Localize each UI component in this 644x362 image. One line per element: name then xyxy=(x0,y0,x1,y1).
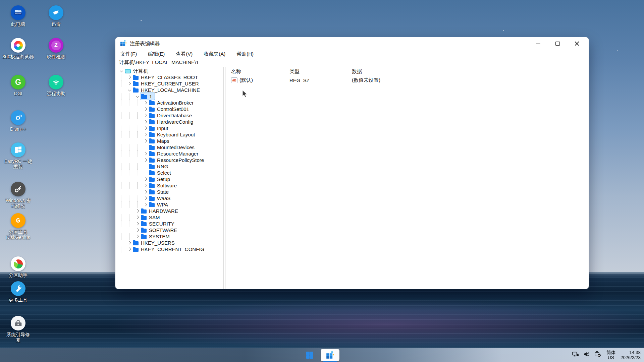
tree-guide-line xyxy=(118,195,126,201)
chevron-right-icon[interactable] xyxy=(143,114,149,117)
tree-item-RNG[interactable]: RNG xyxy=(115,163,223,170)
chevron-right-icon[interactable] xyxy=(143,140,149,142)
tree-item-ResourcePolicyStore[interactable]: ResourcePolicyStore xyxy=(115,157,223,163)
taskbar-regedit-button[interactable] xyxy=(321,349,339,361)
desktop-icon-more-tools[interactable]: 更多工具 xyxy=(0,281,38,303)
chevron-right-icon[interactable] xyxy=(143,159,149,161)
chevron-right-icon[interactable] xyxy=(135,223,141,225)
tree-item-ActivationBroker[interactable]: ActivationBroker xyxy=(115,100,223,106)
menu-item-3[interactable]: 收藏夹(A) xyxy=(203,51,226,58)
desktop-icon-diskgenius[interactable]: G分区工具 DiskGenius xyxy=(0,213,38,240)
tree-guide-line xyxy=(118,131,126,138)
chevron-right-icon[interactable] xyxy=(143,108,149,110)
tree-item-HARDWARE[interactable]: HARDWARE xyxy=(115,208,223,214)
tree-item-State[interactable]: State xyxy=(115,189,223,195)
chevron-right-icon[interactable] xyxy=(143,191,149,193)
address-bar[interactable]: 计算机\HKEY_LOCAL_MACHINE\1 xyxy=(115,58,589,67)
folder-icon xyxy=(149,159,155,163)
tree-guide-line xyxy=(118,201,126,208)
tree-item-1[interactable]: 1 xyxy=(115,93,223,100)
chevron-right-icon[interactable] xyxy=(143,133,149,136)
desktop-icon-label: CGI xyxy=(0,91,38,96)
registry-tree-pane: 计算机HKEY_CLASSES_ROOTHKEY_CURRENT_USERHKE… xyxy=(115,67,224,289)
tree-item-HKEY_CURRENT_CONFIG[interactable]: HKEY_CURRENT_CONFIG xyxy=(115,246,223,252)
chevron-right-icon[interactable] xyxy=(143,127,149,129)
chevron-right-icon[interactable] xyxy=(143,121,149,123)
column-header-type[interactable]: 类型 xyxy=(289,68,352,75)
desktop-icon-this-pc[interactable]: Explorer此电脑 xyxy=(0,5,38,27)
minimize-button[interactable] xyxy=(528,37,548,50)
network-icon[interactable] xyxy=(572,351,579,359)
chevron-right-icon[interactable] xyxy=(126,248,133,250)
value-row-default[interactable]: ab (默认) REG_SZ (数值未设置) xyxy=(226,76,589,84)
menu-item-4[interactable]: 帮助(H) xyxy=(235,51,255,58)
chevron-right-icon[interactable] xyxy=(126,242,133,244)
tree-item-SAM[interactable]: SAM xyxy=(115,214,223,221)
tree-item-HKEY_CURRENT_USER[interactable]: HKEY_CURRENT_USER xyxy=(115,80,223,87)
tree-item-Maps[interactable]: Maps xyxy=(115,138,223,144)
chevron-right-icon[interactable] xyxy=(135,216,141,219)
menu-item-1[interactable]: 编辑(E) xyxy=(147,51,166,58)
chevron-down-icon[interactable] xyxy=(118,69,125,72)
language-indicator[interactable]: 简体 US xyxy=(606,350,615,360)
desktop-icon-partition-assistant[interactable]: 分区助手 xyxy=(0,256,38,278)
letter-g-square-icon: G xyxy=(11,213,25,228)
security-check-icon[interactable] xyxy=(594,351,601,359)
titlebar[interactable]: 注册表编辑器 xyxy=(115,37,589,50)
chevron-right-icon[interactable] xyxy=(135,235,141,238)
folder-icon xyxy=(149,165,155,169)
chevron-right-icon[interactable] xyxy=(143,102,149,104)
tree-item-Input[interactable]: Input xyxy=(115,125,223,131)
tree-item-Setup[interactable]: Setup xyxy=(115,176,223,182)
tree-item-ControlSet001[interactable]: ControlSet001 xyxy=(115,106,223,112)
tree-item-Select[interactable]: Select xyxy=(115,170,223,176)
desktop-icon-windows-password[interactable]: Windows 密 码修改 xyxy=(0,182,38,208)
desktop-icon-xunlei[interactable]: 迅雷 xyxy=(36,5,76,27)
desktop-icon-boot-repair[interactable]: 系统引导修 复 xyxy=(0,316,38,343)
tree-item-MountedDevices[interactable]: MountedDevices xyxy=(115,144,223,150)
chevron-right-icon[interactable] xyxy=(143,203,149,206)
tree-item-WPA[interactable]: WPA xyxy=(115,201,223,208)
tree-item-计算机[interactable]: 计算机 xyxy=(115,68,223,74)
chevron-right-icon[interactable] xyxy=(143,153,149,155)
close-button[interactable] xyxy=(567,37,587,50)
desktop-icon-360-browser[interactable]: 360极速浏览器 xyxy=(0,38,38,59)
clock[interactable]: 14:38 2026/2/23 xyxy=(621,350,641,360)
desktop-icon-easyrc-reinstall[interactable]: EasyRC 一键 重装 xyxy=(0,142,38,169)
chevron-right-icon[interactable] xyxy=(135,229,141,231)
tree-item-label: WaaS xyxy=(157,195,170,201)
menu-item-2[interactable]: 查看(V) xyxy=(175,51,194,58)
desktop-icon-hardware-check[interactable]: Z硬件检测 xyxy=(36,38,76,59)
tree-item-DriverDatabase[interactable]: DriverDatabase xyxy=(115,112,223,119)
column-header-data[interactable]: 数据 xyxy=(352,68,589,75)
desktop-icon-dism[interactable]: ⚙⚙Dism++ xyxy=(0,110,38,132)
chevron-right-icon[interactable] xyxy=(126,82,133,85)
tree-item-HardwareConfig[interactable]: HardwareConfig xyxy=(115,119,223,125)
tree-item-SECURITY[interactable]: SECURITY xyxy=(115,221,223,227)
column-header-name[interactable]: 名称 xyxy=(231,68,289,75)
chevron-right-icon[interactable] xyxy=(135,210,141,212)
desktop-icon-label: Dism++ xyxy=(0,126,38,132)
volume-icon[interactable] xyxy=(583,351,590,359)
desktop-icon-cgi[interactable]: GCGI xyxy=(0,75,38,96)
chevron-right-icon[interactable] xyxy=(143,178,149,180)
tree-item-SOFTWARE[interactable]: SOFTWARE xyxy=(115,227,223,233)
maximize-button[interactable] xyxy=(548,37,567,50)
tree-item-HKEY_USERS[interactable]: HKEY_USERS xyxy=(115,240,223,246)
tree-item-Software[interactable]: Software xyxy=(115,182,223,189)
chevron-down-icon[interactable] xyxy=(126,88,133,92)
desktop-icon-label: 系统引导修 复 xyxy=(0,332,38,343)
tree-item-HKEY_CLASSES_ROOT[interactable]: HKEY_CLASSES_ROOT xyxy=(115,74,223,80)
tree-item-SYSTEM[interactable]: SYSTEM xyxy=(115,233,223,240)
tree-item-HKEY_LOCAL_MACHINE[interactable]: HKEY_LOCAL_MACHINE xyxy=(115,87,223,93)
tree-guide-line xyxy=(135,106,143,112)
chevron-right-icon[interactable] xyxy=(143,197,149,199)
chevron-right-icon[interactable] xyxy=(126,76,133,78)
start-button[interactable] xyxy=(302,348,317,362)
menu-item-0[interactable]: 文件(F) xyxy=(119,51,138,58)
tree-item-ResourceManager[interactable]: ResourceManager xyxy=(115,150,223,157)
chevron-right-icon[interactable] xyxy=(143,184,149,187)
tree-item-WaaS[interactable]: WaaS xyxy=(115,195,223,201)
tree-item-Keyboard-Layout[interactable]: Keyboard Layout xyxy=(115,131,223,138)
desktop-icon-remote-assist[interactable]: 远程协助 xyxy=(36,75,76,96)
